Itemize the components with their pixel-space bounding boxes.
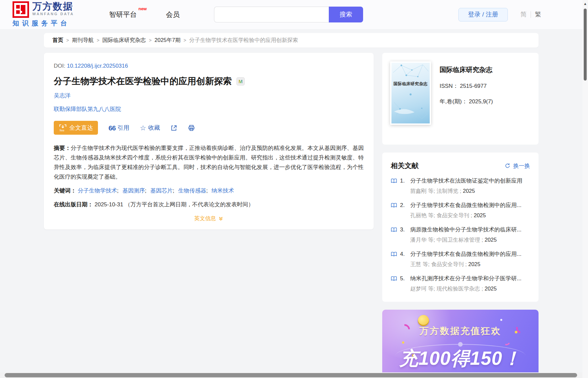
keyword-link[interactable]: 分子生物学技术 <box>78 188 117 194</box>
affiliation-link[interactable]: 联勤保障部队第九八八医院 <box>54 105 121 113</box>
related-item: 2. 分子生物学技术在食品微生物检测中的应用... 孔丽艳 等; 食品安全导刊 … <box>391 201 530 219</box>
related-item: 1. 分子生物学技术在法医物证鉴定中的创新应用 苗鑫刚 等; 法制博览 ; 20… <box>391 177 530 195</box>
nav-item-member[interactable]: 会员 <box>166 10 180 19</box>
gold-coin-icon <box>418 315 429 326</box>
keyword-link[interactable]: 生物传感器 <box>178 188 206 194</box>
related-item: 3. 病原微生物检验中分子生物学技术的临床研... 潘月华 等; 中国卫生标准管… <box>391 226 530 244</box>
keyword-link[interactable]: 基因测序 <box>122 188 145 194</box>
pubdate-value: 2025-10-31 <box>95 201 123 208</box>
breadcrumb-separator: > <box>149 38 151 43</box>
related-item-number: 2. <box>400 202 407 209</box>
vertical-scrollbar-thumb[interactable] <box>584 9 587 81</box>
breadcrumb-issue[interactable]: 2025年7期 <box>155 37 181 44</box>
wanfang-logo-icon <box>13 1 29 18</box>
keywords-label: 关键词： <box>54 188 76 194</box>
search-button[interactable]: 搜索 <box>329 7 363 22</box>
issn-label: ISSN： <box>440 83 458 89</box>
brand-name-en: WANFANG DATA <box>32 12 74 16</box>
breadcrumb-journal[interactable]: 国际临床研究杂志 <box>102 37 146 44</box>
breadcrumb-journal-nav[interactable]: 期刊导航 <box>72 37 94 44</box>
journal-card: 国际临床研究杂志 国际临床研究杂志 ISSN： 2515-6977 年,卷(期)… <box>382 53 539 145</box>
confetti-dot-decoration <box>402 341 404 344</box>
login-register-button[interactable]: 登录 / 注册 <box>458 8 508 21</box>
related-item-number: 5. <box>400 275 407 282</box>
free-download-icon: free <box>59 124 67 132</box>
related-item-number: 3. <box>400 226 407 233</box>
book-icon <box>391 203 397 208</box>
keywords: 关键词： 分子生物学技术; 基因测序; 基因芯片; 生物传感器; 纳米技术 <box>54 186 364 195</box>
svg-text:free: free <box>60 129 65 132</box>
author-link[interactable]: 吴志洋 <box>54 92 71 99</box>
journal-cover-title: 国际临床研究杂志 <box>391 81 430 87</box>
related-item-link[interactable]: 4. 分子生物学技术在食品微生物检测中的应用... <box>391 250 530 258</box>
fulltext-button[interactable]: free 全文直达 <box>54 121 98 135</box>
refresh-related-button[interactable]: 换一换 <box>505 162 530 170</box>
related-item-link[interactable]: 2. 分子生物学技术在食品微生物检测中的应用... <box>391 201 530 209</box>
pubdate-label: 在线出版日期： <box>54 201 93 208</box>
print-button[interactable] <box>188 124 195 131</box>
related-item-meta: 孔丽艳 等; 食品安全导刊 ; 2025 <box>410 212 530 219</box>
scroll-up-arrow-icon[interactable]: ▲ <box>582 2 588 6</box>
abstract: 摘要：分子生物学技术作为现代医学检验的重要支撑，正推动着疾病诊断、治疗及预防的精… <box>54 143 364 182</box>
wanfang-logo[interactable]: 万方数据 WANFANG DATA 知识服务平台 <box>13 1 83 28</box>
sidebar: 国际临床研究杂志 国际临床研究杂志 ISSN： 2515-6977 年,卷(期)… <box>382 53 539 376</box>
breadcrumb: 首页 > 期刊导航 > 国际临床研究杂志 > 2025年7期 > 分子生物学技术… <box>44 33 539 48</box>
related-item: 4. 分子生物学技术在食品微生物检测中的应用... 王慧 等; 食品安全导刊 ;… <box>391 250 530 268</box>
nav-item-research-platform[interactable]: 智研平台 new <box>109 10 137 19</box>
breadcrumb-separator: > <box>183 38 186 43</box>
related-item-meta: 王慧 等; 食品安全导刊 ; 2025 <box>410 261 530 268</box>
breadcrumb-separator: > <box>66 38 69 43</box>
keyword-link[interactable]: 纳米技术 <box>212 188 234 194</box>
keyword-separator: ; <box>145 188 146 194</box>
article-title-row: 分子生物学技术在医学检验中的应用创新探索 M <box>54 75 364 87</box>
journal-volume: 年,卷(期)： 2025,9(7) <box>440 98 493 105</box>
horizontal-scrollbar-thumb[interactable] <box>5 373 577 377</box>
share-button[interactable] <box>170 124 177 131</box>
breadcrumb-separator: > <box>97 38 99 43</box>
promo-headline: 万方数据充值狂欢 <box>382 325 539 337</box>
abstract-text: 分子生物学技术作为现代医学检验的重要支撑，正推动着疾病诊断、治疗及预防的精准化发… <box>54 145 364 180</box>
keyword-link[interactable]: 基因芯片 <box>150 188 173 194</box>
journal-name-link[interactable]: 国际临床研究杂志 <box>440 65 493 74</box>
pubdate-note: （万方平台首次上网日期，不代表论文的发表时间） <box>125 201 254 208</box>
keyword-separator: ; <box>206 188 208 194</box>
cite-button[interactable]: 66 引用 <box>108 124 129 132</box>
lang-divider <box>531 11 531 18</box>
doi-label: DOI: <box>54 63 65 69</box>
related-item-link[interactable]: 5. 纳米孔测序技术在分子生物学和分子医学研... <box>391 275 530 282</box>
header: 万方数据 WANFANG DATA 知识服务平台 智研平台 new 会员 搜索 … <box>0 0 588 29</box>
medical-badge-icon[interactable]: M <box>236 77 245 86</box>
refresh-icon <box>505 163 511 169</box>
related-item: 5. 纳米孔测序技术在分子生物学和分子医学研... 赵梦珂 等; 现代检验医学杂… <box>391 275 530 292</box>
promo-offer-text: 充100得150！ <box>382 346 539 371</box>
share-icon <box>170 124 177 131</box>
doi-line: DOI: 10.12208/j.ijcr.20250316 <box>54 63 364 69</box>
doi-link[interactable]: 10.12208/j.ijcr.20250316 <box>67 63 128 69</box>
related-item-link[interactable]: 3. 病原微生物检验中分子生物学技术的临床研... <box>391 226 530 233</box>
article-actions: free 全文直达 66 引用 ☆ 收藏 <box>54 121 364 135</box>
related-item-meta: 潘月华 等; 中国卫生标准管理 ; 2025 <box>410 236 530 244</box>
related-item-number: 1. <box>400 178 407 184</box>
chevron-double-down-icon <box>218 216 223 221</box>
book-icon <box>391 252 397 257</box>
horizontal-scrollbar[interactable] <box>0 372 582 378</box>
lang-traditional[interactable]: 繁 <box>535 10 541 19</box>
search-bar: 搜索 <box>214 7 363 22</box>
related-item-link[interactable]: 1. 分子生物学技术在法医物证鉴定中的创新应用 <box>391 177 530 185</box>
abstract-label: 摘要： <box>54 145 71 151</box>
related-item-meta: 苗鑫刚 等; 法制博览 ; 2025 <box>410 188 530 195</box>
breadcrumb-home[interactable]: 首页 <box>52 37 63 44</box>
online-pubdate: 在线出版日期： 2025-10-31 （万方平台首次上网日期，不代表论文的发表时… <box>54 201 364 208</box>
lang-simplified[interactable]: 简 <box>520 10 527 19</box>
search-input[interactable] <box>214 7 329 22</box>
breadcrumb-current: 分子生物学技术在医学检验中的应用创新探索 <box>189 37 298 44</box>
favorite-button[interactable]: ☆ 收藏 <box>140 124 160 132</box>
vertical-scrollbar[interactable]: ▲ <box>582 0 588 378</box>
brand-tagline: 知识服务平台 <box>13 19 83 28</box>
promo-banner[interactable]: 万方数据充值狂欢 充100得150！ <box>382 310 539 376</box>
related-docs-card: 相关文献 换一换 <box>382 153 539 302</box>
english-info-toggle[interactable]: 英文信息 <box>54 215 364 222</box>
new-badge: new <box>139 6 147 11</box>
journal-cover-image[interactable]: 国际临床研究杂志 <box>390 61 431 125</box>
language-switch: 简 繁 <box>520 10 541 19</box>
